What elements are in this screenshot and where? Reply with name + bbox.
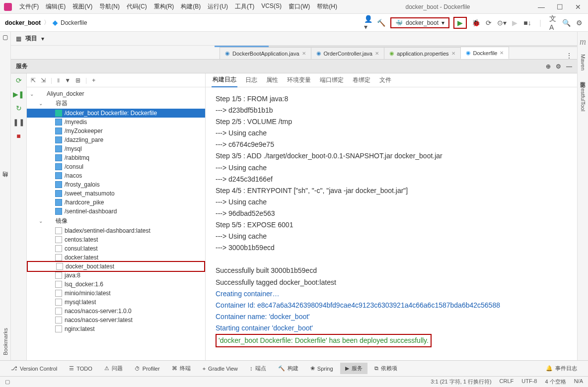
- status-extra[interactable]: N/A: [574, 378, 583, 386]
- editor-tab[interactable]: ◉OrderController.java✕: [311, 47, 384, 59]
- close-icon[interactable]: ✕: [302, 51, 306, 56]
- settings-icon[interactable]: ⚙: [556, 63, 561, 70]
- expand-all-icon[interactable]: ⇱: [31, 77, 36, 84]
- user-icon[interactable]: 👤▾: [365, 19, 372, 27]
- project-tool-button[interactable]: ▢: [2, 34, 8, 41]
- maximize-button[interactable]: ☐: [554, 3, 566, 11]
- minimize-button[interactable]: —: [535, 3, 548, 11]
- refresh-icon[interactable]: ⟳: [16, 76, 22, 84]
- container-item[interactable]: /dazzling_pare: [27, 135, 205, 144]
- container-item[interactable]: /frosty_galois: [27, 180, 205, 189]
- menu-navigate[interactable]: 导航(N): [96, 0, 123, 13]
- images-group[interactable]: ⌄镜像: [27, 216, 205, 226]
- menu-refactor[interactable]: 重构(R): [150, 0, 178, 13]
- profile-icon[interactable]: ⊙▾: [498, 19, 506, 27]
- status-indent[interactable]: 4 个空格: [545, 378, 566, 386]
- bottom-tab[interactable]: ⫶端点: [245, 363, 271, 374]
- menu-code[interactable]: 代码(C): [123, 0, 150, 13]
- translate-icon[interactable]: 文A: [549, 19, 557, 27]
- menu-file[interactable]: 文件(F): [16, 0, 42, 13]
- image-item[interactable]: docker_boot:latest: [27, 261, 205, 272]
- image-item[interactable]: java:8: [27, 271, 205, 280]
- menu-edit[interactable]: 编辑(E): [42, 0, 69, 13]
- maven-m-icon[interactable]: m: [580, 37, 586, 47]
- close-icon[interactable]: ✕: [451, 51, 455, 56]
- status-encoding[interactable]: UTF-8: [521, 378, 537, 386]
- image-item[interactable]: nginx:latest: [27, 324, 205, 333]
- collapse-all-icon[interactable]: ⇲: [41, 77, 46, 84]
- coverage-icon[interactable]: ⟳: [485, 19, 493, 27]
- container-item[interactable]: /myZookeeper: [27, 127, 205, 135]
- editor-tab[interactable]: ◉DockerBootApplication.java✕: [220, 47, 311, 59]
- project-view-icon[interactable]: ▦: [16, 35, 21, 42]
- breadcrumb-file[interactable]: Dockerfile: [61, 19, 87, 26]
- settings-icon[interactable]: ⚙: [575, 19, 583, 27]
- pause-icon[interactable]: ❚❚: [13, 118, 25, 126]
- console-tab[interactable]: 端口绑定: [319, 73, 345, 87]
- debug-icon[interactable]: 🐞: [472, 19, 480, 27]
- bottom-tab[interactable]: ⌘终端: [167, 363, 196, 374]
- container-item[interactable]: /myredis: [27, 118, 205, 127]
- run-dashboard-icon[interactable]: ▶: [511, 19, 518, 27]
- bottom-tab[interactable]: 🔨构建: [273, 363, 303, 374]
- container-item[interactable]: /hardcore_pike: [27, 198, 205, 207]
- menu-window[interactable]: 窗口(W): [285, 0, 313, 13]
- container-item[interactable]: /sentinel-dashboard: [27, 207, 205, 216]
- bottom-tab[interactable]: ⏱Profiler: [130, 364, 165, 374]
- image-item[interactable]: consul:latest: [27, 244, 205, 253]
- restful-tool-button[interactable]: RestfulTool: [580, 84, 586, 111]
- container-item[interactable]: /consul: [27, 162, 205, 171]
- bottom-tab[interactable]: ⚠问题: [99, 363, 128, 374]
- deploy-icon[interactable]: ▶❚: [13, 90, 24, 98]
- menu-run[interactable]: 运行(U): [204, 0, 231, 13]
- console-output[interactable]: Step 1/5 : FROM java:8 ---> d23bdf5b1b1b…: [206, 87, 577, 360]
- project-label[interactable]: 项目: [25, 34, 37, 43]
- hammer-icon[interactable]: 🔨: [377, 19, 385, 27]
- menu-view[interactable]: 视图(V): [69, 0, 96, 13]
- chevron-down-icon[interactable]: ▾: [41, 35, 44, 42]
- search-icon[interactable]: 🔍: [562, 19, 570, 27]
- image-item[interactable]: mysql:latest: [27, 298, 205, 307]
- run-button[interactable]: ▶: [453, 17, 467, 29]
- more-tabs-icon[interactable]: ⋮: [561, 52, 577, 59]
- container-item[interactable]: /docker_boot Dockerfile: Dockerfile: [27, 109, 205, 118]
- run-configuration-selector[interactable]: 🐳 docker_boot ▾: [390, 17, 449, 28]
- editor-tab[interactable]: ◉application.properties✕: [384, 47, 461, 59]
- add-icon[interactable]: ⊕: [546, 63, 551, 70]
- close-icon[interactable]: ✕: [375, 51, 379, 56]
- status-line-separator[interactable]: CRLF: [500, 378, 514, 386]
- add-icon[interactable]: +: [92, 77, 95, 84]
- maven-tool-button[interactable]: Maven: [580, 54, 586, 70]
- event-log-button[interactable]: 🔔事件日志: [541, 363, 582, 374]
- bottom-tab[interactable]: ▶服务: [340, 363, 368, 374]
- view-icon[interactable]: ⊞: [75, 77, 80, 84]
- bottom-tab[interactable]: ☰TODO: [64, 363, 97, 374]
- menu-tools[interactable]: 工具(T): [231, 0, 258, 13]
- bottom-tab[interactable]: ⧉依赖项: [369, 363, 402, 374]
- image-item[interactable]: bladex/sentinel-dashboard:latest: [27, 226, 205, 235]
- container-item[interactable]: /rabbitmq: [27, 153, 205, 162]
- filter-icon[interactable]: ▼: [65, 77, 71, 84]
- container-item[interactable]: /nacos: [27, 171, 205, 180]
- image-item[interactable]: nacos/nacos-server:1.0.0: [27, 307, 205, 316]
- bottom-tab[interactable]: ⎇Version Control: [6, 363, 62, 374]
- image-item[interactable]: lsq_docker:1.6: [27, 280, 205, 289]
- bottom-tab[interactable]: +Gradle View: [198, 364, 243, 374]
- menu-help[interactable]: 帮助(H): [313, 0, 341, 13]
- console-tab[interactable]: 属性: [265, 73, 279, 87]
- tree-root[interactable]: ⌄Aliyun_docker: [27, 89, 205, 98]
- status-square-icon[interactable]: ▢: [5, 379, 10, 385]
- containers-group[interactable]: ⌄容器: [27, 98, 205, 109]
- breadcrumb-project[interactable]: docker_boot: [5, 19, 41, 26]
- console-tab[interactable]: 卷绑定: [352, 73, 371, 87]
- editor-tab[interactable]: ◉Dockerfile✕: [460, 47, 510, 59]
- image-item[interactable]: minio/minio:latest: [27, 289, 205, 298]
- services-tree[interactable]: ⌄Aliyun_docker⌄容器/docker_boot Dockerfile…: [27, 87, 205, 360]
- status-position[interactable]: 3:1 (21 字符, 1 行换行符): [431, 378, 491, 386]
- bottom-tab[interactable]: ❀Spring: [305, 363, 338, 374]
- console-tab[interactable]: 环境变量: [286, 73, 312, 87]
- console-tab[interactable]: 文件: [378, 73, 392, 87]
- image-item[interactable]: centos:latest: [27, 235, 205, 244]
- close-button[interactable]: ✕: [572, 3, 584, 11]
- console-tab[interactable]: 日志: [244, 73, 258, 87]
